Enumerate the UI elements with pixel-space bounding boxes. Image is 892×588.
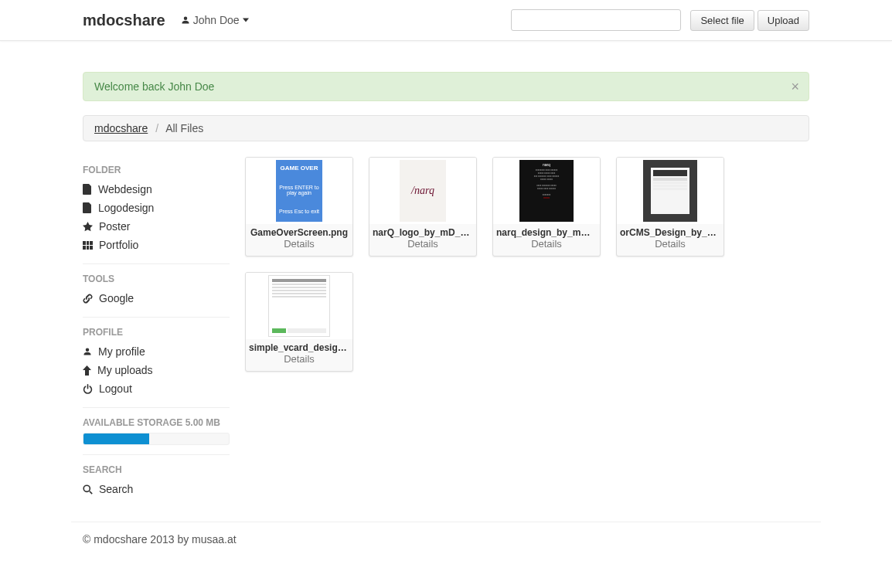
search-heading: SEARCH (83, 464, 230, 475)
file-thumbnail: GAME OVERPress ENTER to play againPress … (246, 158, 352, 224)
caret-down-icon (243, 17, 249, 23)
folder-heading: FOLDER (83, 165, 230, 175)
sidebar-item-myprofile[interactable]: My profile (83, 342, 230, 361)
power-icon (83, 384, 93, 394)
breadcrumb-current: All Files (165, 122, 203, 134)
sidebar-item-label: Search (99, 483, 133, 495)
svg-rect-4 (87, 246, 89, 250)
file-thumbnail (617, 158, 723, 224)
search-icon (83, 484, 93, 495)
breadcrumb-separator: / (155, 122, 158, 134)
sidebar: FOLDER Webdesign Logodesign Poster Portf… (83, 157, 245, 498)
sidebar-item-label: Poster (99, 220, 130, 233)
sidebar-item-logodesign[interactable]: Logodesign (83, 199, 230, 217)
sidebar-item-search[interactable]: Search (83, 480, 230, 498)
sidebar-item-label: Webdesign (98, 183, 152, 195)
file-name: narQ_logo_by_mD_06.jpg (369, 224, 476, 238)
file-grid: GAME OVERPress ENTER to play againPress … (245, 157, 809, 372)
svg-rect-0 (83, 241, 86, 245)
file-name: orCMS_Design_by_mD_0... (617, 224, 723, 238)
navbar: mdocshare John Doe Select file Upload (0, 0, 892, 41)
sidebar-item-portfolio[interactable]: Portfolio (83, 236, 230, 254)
file-details-link[interactable]: Details (617, 238, 723, 256)
sidebar-item-logout[interactable]: Logout (83, 379, 230, 398)
page-footer: © mdocshare 2013 by musaa.at (71, 522, 821, 569)
storage-fill (83, 433, 149, 444)
file-details-link[interactable]: Details (369, 238, 476, 256)
file-icon (83, 184, 92, 195)
file-details-link[interactable]: Details (246, 238, 352, 256)
file-name: simple_vcard_design_... (246, 339, 352, 353)
user-icon (181, 15, 190, 25)
sidebar-item-label: My uploads (97, 364, 153, 376)
file-thumbnail: /narq (369, 158, 476, 224)
star-icon (83, 222, 93, 232)
svg-point-6 (83, 485, 90, 491)
svg-rect-5 (90, 246, 93, 250)
alert-close-icon[interactable]: × (791, 79, 799, 95)
file-card[interactable]: /narq narQ_logo_by_mD_06.jpg Details (369, 157, 477, 257)
profile-heading: PROFILE (83, 327, 230, 338)
sidebar-item-webdesign[interactable]: Webdesign (83, 180, 230, 199)
sidebar-item-label: Portfolio (99, 239, 138, 251)
file-thumbnail (246, 273, 352, 339)
select-file-button[interactable]: Select file (690, 10, 754, 31)
file-card[interactable]: GAME OVERPress ENTER to play againPress … (245, 157, 353, 257)
user-name: John Doe (193, 14, 240, 26)
file-name: GameOverScreen.png (246, 224, 352, 238)
svg-rect-1 (87, 241, 89, 245)
link-icon (83, 294, 93, 304)
user-menu[interactable]: John Doe (181, 14, 249, 26)
file-card[interactable]: orCMS_Design_by_mD_0... Details (616, 157, 724, 257)
sidebar-item-label: Google (99, 292, 134, 304)
breadcrumb-root[interactable]: mdocshare (94, 122, 148, 134)
file-details-link[interactable]: Details (246, 353, 352, 371)
welcome-alert: Welcome back John Doe × (83, 72, 809, 101)
sidebar-item-myuploads[interactable]: My uploads (83, 361, 230, 379)
sidebar-item-label: Logodesign (98, 202, 154, 214)
svg-rect-3 (83, 246, 86, 250)
file-details-link[interactable]: Details (493, 238, 600, 256)
upload-arrow-icon (83, 365, 91, 376)
sidebar-item-google[interactable]: Google (83, 289, 230, 308)
breadcrumb: mdocshare / All Files (83, 115, 809, 141)
main-content: GAME OVERPress ENTER to play againPress … (245, 157, 809, 498)
user-icon (83, 347, 92, 356)
sidebar-item-poster[interactable]: Poster (83, 217, 230, 236)
file-card[interactable]: simple_vcard_design_... Details (245, 272, 353, 372)
upload-button[interactable]: Upload (758, 10, 809, 31)
alert-text: Welcome back John Doe (94, 80, 214, 93)
sidebar-item-label: Logout (99, 382, 132, 395)
file-input-display[interactable] (511, 9, 681, 31)
svg-line-7 (90, 491, 92, 493)
file-card[interactable]: narqxxxxxxxx xxxx xxxxxxxxxxx xxxxx xxxx… (492, 157, 601, 257)
file-thumbnail: narqxxxxxxxx xxxx xxxxxxxxxxx xxxxx xxxx… (493, 158, 600, 224)
svg-rect-2 (90, 241, 93, 245)
storage-heading: AVAILABLE STORAGE 5.00 MB (83, 417, 230, 428)
footer-text: © mdocshare 2013 by musaa.at (83, 533, 237, 546)
sidebar-item-label: My profile (98, 345, 145, 358)
brand-logo[interactable]: mdocshare (83, 12, 165, 29)
file-icon (83, 202, 92, 213)
grid-icon (83, 241, 93, 250)
file-name: narq_design_by_mD_06.png (493, 224, 600, 238)
tools-heading: TOOLS (83, 274, 230, 284)
storage-bar (83, 433, 230, 445)
